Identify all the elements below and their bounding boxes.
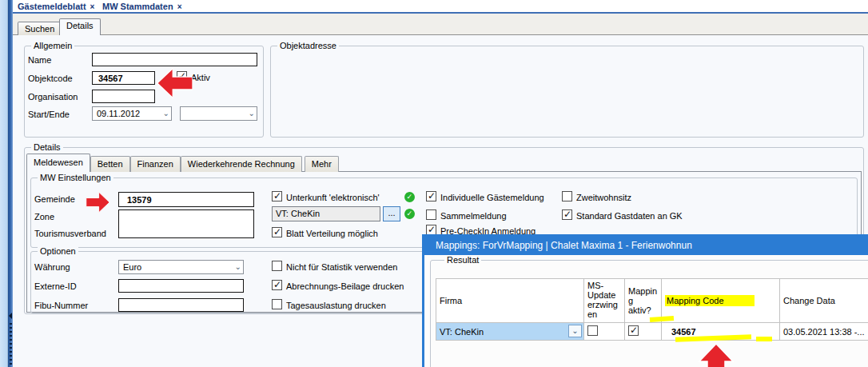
left-panel-strip xyxy=(0,0,8,367)
unterkunft-elektronisch-checkbox[interactable] xyxy=(272,191,282,201)
details-inner-tabs: Meldewesen Betten Finanzen Wiederkehrend… xyxy=(26,154,339,172)
blatt-verteilung-label: Blatt Verteilung möglich xyxy=(286,229,378,238)
mappings-dialog: Mappings: ForVrMapping | Chalet Maxima 1… xyxy=(422,234,868,367)
objektcode-input[interactable] xyxy=(92,71,155,85)
tab-finanzen[interactable]: Finanzen xyxy=(130,156,181,172)
splitter-grip-icon[interactable] xyxy=(10,323,12,367)
waehrung-value: Euro xyxy=(123,262,141,272)
dialog-titlebar[interactable]: Mappings: ForVrMapping | Chalet Maxima 1… xyxy=(424,237,868,255)
ms-update-cell[interactable] xyxy=(584,323,625,341)
chevron-down-icon: ⌄ xyxy=(249,109,255,118)
externe-id-input[interactable] xyxy=(118,279,244,293)
tab-mw-stammdaten[interactable]: MW Stammdaten× xyxy=(96,1,194,12)
vt-chekin-field[interactable]: VT: CheKin xyxy=(272,206,380,221)
close-icon[interactable]: × xyxy=(90,2,95,11)
fibu-nummer-label: Fibu-Nummer xyxy=(34,301,88,310)
group-resultat-title: Resultat xyxy=(444,255,481,265)
abrechnungs-beilage-label: Abrechnungs-Beilage drucken xyxy=(286,281,404,291)
red-arrow-right-gemeinde xyxy=(80,191,117,213)
col-ms-update[interactable]: MS-Update erzwingen xyxy=(584,279,625,323)
chevron-down-icon: ⌄ xyxy=(235,262,241,271)
close-icon[interactable]: × xyxy=(177,2,182,11)
waehrung-label: Währung xyxy=(34,262,70,272)
firma-value: VT: CheKin xyxy=(440,327,484,337)
tab-wiederkehrende-rechnung[interactable]: Wiederkehrende Rechnung xyxy=(181,156,302,172)
tab-gaestemeldeblatt[interactable]: Gästemeldeblatt× xyxy=(11,1,107,12)
col-mapping-code[interactable]: Mapping Code xyxy=(662,279,780,323)
tab-mehr[interactable]: Mehr xyxy=(305,156,339,172)
chevron-down-icon: ⌄ xyxy=(163,109,169,118)
inner-tab-label: Betten xyxy=(98,159,123,169)
inner-tab-label: Wiederkehrende Rechnung xyxy=(188,159,295,169)
organisation-input[interactable] xyxy=(92,90,155,103)
inner-tab-label: Finanzen xyxy=(137,159,173,169)
waehrung-combo[interactable]: Euro⌄ xyxy=(118,260,244,274)
mapping-aktiv-cell[interactable] xyxy=(625,323,662,341)
tagesauslastung-label: Tagesauslastung drucken xyxy=(286,301,386,310)
yellow-marker-stroke xyxy=(756,337,772,341)
chevron-down-icon[interactable]: ⌄ xyxy=(568,325,582,337)
mapping-aktiv-checkbox[interactable] xyxy=(628,325,639,336)
vt-chekin-value: VT: CheKin xyxy=(276,209,320,218)
col-firma[interactable]: Firma xyxy=(436,279,584,323)
mappings-table: Firma MS-Update erzwingen Mapping aktiv?… xyxy=(436,278,868,341)
status-ok-icon xyxy=(404,209,415,219)
group-mw-title: MW Einstellungen xyxy=(38,173,113,182)
name-input[interactable] xyxy=(92,53,257,66)
blatt-verteilung-checkbox[interactable] xyxy=(272,227,282,237)
fibu-nummer-input[interactable] xyxy=(118,298,244,312)
standard-gastdaten-label: Standard Gastdaten an GK xyxy=(576,211,683,221)
inner-tab-label: Mehr xyxy=(312,159,332,169)
status-ok-icon xyxy=(404,192,415,202)
gemeinde-label: Gemeinde xyxy=(34,194,75,204)
group-optionen-title: Optionen xyxy=(38,246,78,256)
ms-update-checkbox[interactable] xyxy=(587,325,598,336)
group-objektadresse: Objektadresse xyxy=(270,46,864,138)
tab-label: Gästemeldeblatt xyxy=(18,2,86,11)
dialog-body: Resultat Firma MS-Update erzwingen Mappi… xyxy=(424,255,868,367)
tab-details[interactable]: Details xyxy=(59,18,101,35)
group-allgemein-title: Allgemein xyxy=(31,41,74,50)
externe-id-label: Externe-ID xyxy=(34,281,77,291)
statistik-label: Nicht für Statistik verwenden xyxy=(286,262,397,272)
highlighted-header: Mapping Code xyxy=(665,295,755,306)
tab-meldewesen[interactable]: Meldewesen xyxy=(26,154,90,172)
ende-date-combo[interactable]: ⌄ xyxy=(180,106,257,121)
red-arrow-left-objektcode xyxy=(156,66,193,101)
start-date-value: 09.11.2012 xyxy=(97,109,140,118)
table-row: VT: CheKin ⌄ 34567 03.05.2021 13:38 -... xyxy=(436,323,868,341)
subtab-label: Details xyxy=(66,21,94,30)
start-date-combo[interactable]: 09.11.2012⌄ xyxy=(92,106,172,121)
individuelle-gaestemeldung-checkbox[interactable] xyxy=(426,191,436,201)
statistik-checkbox[interactable] xyxy=(272,261,282,271)
dialog-title: Mappings: ForVrMapping | Chalet Maxima 1… xyxy=(436,240,692,251)
individuelle-gaestemeldung-label: Individuelle Gästemeldung xyxy=(440,193,544,202)
tab-betten[interactable]: Betten xyxy=(90,156,130,172)
table-header-row: Firma MS-Update erzwingen Mapping aktiv?… xyxy=(436,279,868,323)
zweitwohnsitz-checkbox[interactable] xyxy=(562,191,572,201)
change-data-cell[interactable]: 03.05.2021 13:38 -... xyxy=(780,323,868,341)
organisation-label: Organisation xyxy=(28,92,78,102)
zone-input[interactable] xyxy=(118,209,254,238)
red-arrow-up-mapping-code xyxy=(697,342,735,367)
firma-cell[interactable]: VT: CheKin ⌄ xyxy=(436,323,584,341)
name-label: Name xyxy=(28,55,51,65)
objektcode-label: Objektcode xyxy=(28,74,73,83)
zone-label: Zone xyxy=(34,212,54,221)
inner-tab-label: Meldewesen xyxy=(34,158,83,167)
subtab-strip xyxy=(13,14,868,35)
abrechnungs-beilage-checkbox[interactable] xyxy=(272,280,282,290)
browse-button[interactable]: ... xyxy=(383,206,400,221)
splitter-collapse-icon[interactable] xyxy=(9,313,12,319)
col-mapping-aktiv[interactable]: Mapping aktiv? xyxy=(625,279,662,323)
sammelmeldung-checkbox[interactable] xyxy=(426,209,436,220)
standard-gastdaten-checkbox[interactable] xyxy=(562,209,572,220)
gemeinde-input[interactable] xyxy=(118,192,254,207)
tagesauslastung-checkbox[interactable] xyxy=(272,299,282,309)
tab-suchen[interactable]: Suchen xyxy=(18,22,62,35)
app-window: Gästemeldeblatt× MW Stammdaten× Suchen D… xyxy=(0,0,868,367)
tab-label: MW Stammdaten xyxy=(102,2,173,11)
col-change-data[interactable]: Change Data xyxy=(780,279,868,323)
tourismusverband-label: Tourismusverband xyxy=(34,229,106,238)
subtab-label: Suchen xyxy=(25,24,54,34)
